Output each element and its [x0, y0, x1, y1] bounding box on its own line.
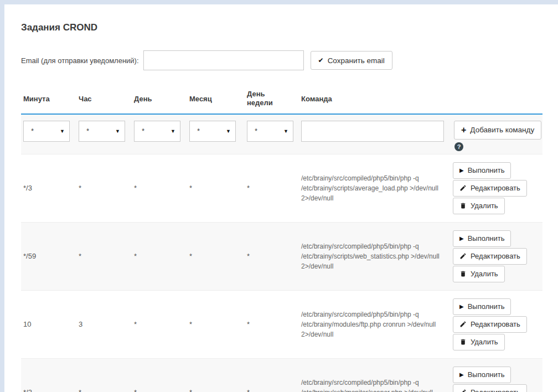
- delete-label: Удалить: [471, 338, 498, 346]
- play-icon: ▶: [459, 372, 464, 378]
- run-button[interactable]: ▶ Выполнить: [453, 298, 511, 315]
- column-header-day: День: [132, 86, 187, 114]
- task-row: */3 * * * * /etc/brainy/src/compiled/php…: [21, 154, 542, 222]
- day-select[interactable]: *: [134, 121, 180, 142]
- hour-cell: 3: [76, 290, 132, 358]
- run-label: Выполнить: [468, 302, 505, 311]
- email-section: Email (для отправки уведомлений): ✔ Сохр…: [21, 50, 541, 70]
- column-header-hour: Час: [76, 86, 132, 114]
- weekday-select[interactable]: *: [247, 121, 293, 142]
- add-command-button[interactable]: + Добавить команду: [454, 121, 541, 140]
- hour-cell: *: [76, 222, 132, 290]
- edit-button[interactable]: Редактировать: [453, 180, 527, 197]
- table-header-row: Минута Час День Месяц День недели Команд…: [21, 86, 542, 114]
- column-header-minute: Минута: [21, 86, 76, 114]
- delete-label: Удалить: [471, 202, 498, 210]
- save-email-button[interactable]: ✔ Сохранить email: [311, 51, 392, 70]
- hour-cell: *: [76, 358, 132, 392]
- month-cell: *: [187, 290, 245, 358]
- column-header-weekday: День недели: [245, 86, 299, 114]
- edit-label: Редактировать: [471, 252, 520, 260]
- delete-button[interactable]: Удалить: [453, 266, 505, 282]
- day-cell: *: [132, 358, 187, 392]
- hour-cell: *: [76, 154, 132, 222]
- trash-icon: [459, 270, 467, 277]
- edit-button[interactable]: Редактировать: [453, 248, 527, 265]
- day-cell: *: [132, 154, 187, 222]
- weekday-cell: *: [245, 290, 299, 358]
- weekday-cell: *: [245, 222, 299, 290]
- minute-select[interactable]: *: [23, 121, 70, 142]
- email-input[interactable]: [143, 50, 304, 70]
- column-header-actions: [451, 86, 542, 114]
- pencil-icon: [459, 389, 467, 392]
- minute-cell: */3: [21, 358, 76, 392]
- add-task-row: * ▼ * ▼ *: [21, 114, 542, 154]
- minute-cell: */59: [21, 222, 76, 290]
- month-cell: *: [187, 222, 245, 290]
- run-label: Выполнить: [468, 166, 505, 174]
- weekday-cell: *: [245, 358, 299, 392]
- page-title: Задания CROND: [21, 22, 541, 33]
- column-header-month: Месяц: [187, 86, 245, 114]
- delete-label: Удалить: [471, 270, 498, 278]
- edit-label: Редактировать: [471, 184, 520, 192]
- add-command-label: Добавить команду: [470, 126, 534, 134]
- day-cell: *: [132, 222, 187, 290]
- column-header-command: Команда: [299, 86, 451, 114]
- command-cell: /etc/brainy/src/compiled/php5/bin/php -q…: [301, 173, 446, 203]
- email-label: Email (для отправки уведомлений):: [21, 56, 139, 65]
- month-select[interactable]: *: [189, 121, 236, 142]
- cron-table: Минута Час День Месяц День недели Команд…: [21, 86, 542, 392]
- month-cell: *: [187, 154, 245, 222]
- task-row: 10 3 * * * /etc/brainy/src/compiled/php5…: [21, 290, 542, 358]
- play-icon: ▶: [459, 236, 464, 241]
- run-button[interactable]: ▶ Выполнить: [453, 162, 511, 179]
- run-button[interactable]: ▶ Выполнить: [453, 230, 511, 247]
- month-cell: *: [187, 358, 245, 392]
- pencil-icon: [459, 321, 467, 328]
- pencil-icon: [459, 184, 467, 192]
- check-icon: ✔: [318, 57, 324, 64]
- command-input[interactable]: [301, 121, 444, 142]
- play-icon: ▶: [459, 304, 464, 310]
- help-icon[interactable]: ?: [454, 142, 463, 151]
- crond-panel: Задания CROND Email (для отправки уведом…: [4, 4, 558, 392]
- day-cell: *: [132, 290, 187, 358]
- command-cell: /etc/brainy/src/compiled/php5/bin/php -q…: [301, 241, 446, 271]
- delete-button[interactable]: Удалить: [453, 198, 505, 214]
- minute-cell: */3: [21, 154, 76, 222]
- trash-icon: [459, 338, 467, 345]
- run-label: Выполнить: [468, 234, 505, 243]
- task-row: */3 * * * * /etc/brainy/src/compiled/php…: [21, 358, 542, 392]
- minute-cell: 10: [21, 290, 76, 358]
- trash-icon: [459, 202, 467, 209]
- play-icon: ▶: [459, 168, 464, 173]
- pencil-icon: [459, 252, 467, 260]
- plus-icon: +: [461, 126, 466, 135]
- task-row: */59 * * * * /etc/brainy/src/compiled/ph…: [21, 222, 542, 290]
- run-label: Выполнить: [468, 370, 505, 379]
- save-email-label: Сохранить email: [328, 56, 385, 65]
- command-cell: /etc/brainy/src/compiled/php5/bin/php -q…: [301, 310, 446, 339]
- hour-select[interactable]: *: [79, 121, 125, 142]
- weekday-cell: *: [245, 154, 299, 222]
- edit-button[interactable]: Редактировать: [453, 384, 527, 392]
- delete-button[interactable]: Удалить: [453, 334, 505, 350]
- run-button[interactable]: ▶ Выполнить: [453, 367, 511, 383]
- command-cell: /etc/brainy/src/compiled/php5/bin/php -q…: [301, 378, 446, 392]
- edit-label: Редактировать: [471, 388, 520, 392]
- edit-label: Редактировать: [471, 320, 520, 328]
- edit-button[interactable]: Редактировать: [453, 316, 527, 333]
